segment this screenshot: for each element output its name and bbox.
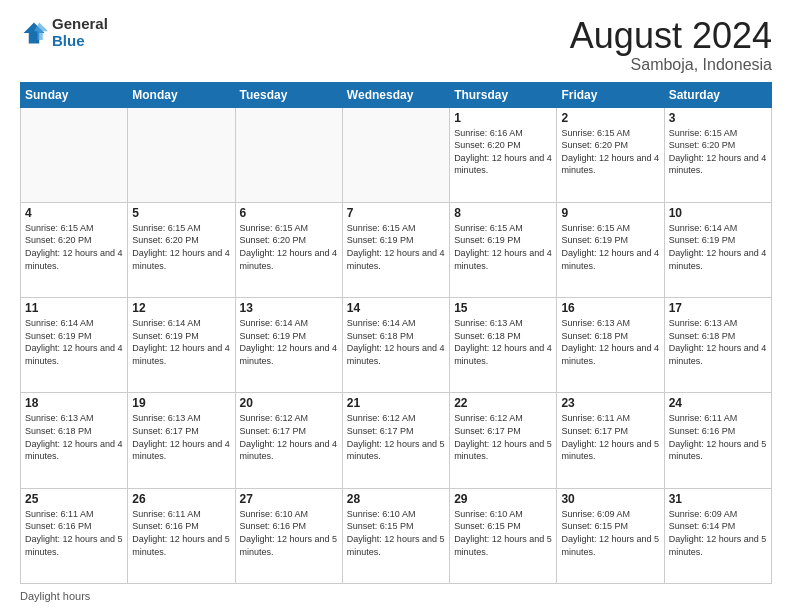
day-number: 22 (454, 396, 552, 410)
day-number: 4 (25, 206, 123, 220)
day-number: 31 (669, 492, 767, 506)
day-number: 26 (132, 492, 230, 506)
day-info: Sunrise: 6:10 AMSunset: 6:15 PMDaylight:… (347, 508, 445, 558)
day-info: Sunrise: 6:12 AMSunset: 6:17 PMDaylight:… (240, 412, 338, 462)
day-info: Sunrise: 6:13 AMSunset: 6:18 PMDaylight:… (669, 317, 767, 367)
day-number: 10 (669, 206, 767, 220)
day-info: Sunrise: 6:16 AMSunset: 6:20 PMDaylight:… (454, 127, 552, 177)
table-row: 1Sunrise: 6:16 AMSunset: 6:20 PMDaylight… (450, 107, 557, 202)
table-row: 24Sunrise: 6:11 AMSunset: 6:16 PMDayligh… (664, 393, 771, 488)
day-number: 5 (132, 206, 230, 220)
table-row: 26Sunrise: 6:11 AMSunset: 6:16 PMDayligh… (128, 488, 235, 583)
day-info: Sunrise: 6:13 AMSunset: 6:18 PMDaylight:… (25, 412, 123, 462)
day-info: Sunrise: 6:13 AMSunset: 6:17 PMDaylight:… (132, 412, 230, 462)
calendar-week-row: 25Sunrise: 6:11 AMSunset: 6:16 PMDayligh… (21, 488, 772, 583)
location: Samboja, Indonesia (570, 56, 772, 74)
table-row: 7Sunrise: 6:15 AMSunset: 6:19 PMDaylight… (342, 202, 449, 297)
table-row: 5Sunrise: 6:15 AMSunset: 6:20 PMDaylight… (128, 202, 235, 297)
table-row: 15Sunrise: 6:13 AMSunset: 6:18 PMDayligh… (450, 298, 557, 393)
col-wednesday: Wednesday (342, 82, 449, 107)
day-number: 19 (132, 396, 230, 410)
calendar-week-row: 11Sunrise: 6:14 AMSunset: 6:19 PMDayligh… (21, 298, 772, 393)
day-number: 7 (347, 206, 445, 220)
day-info: Sunrise: 6:14 AMSunset: 6:18 PMDaylight:… (347, 317, 445, 367)
col-sunday: Sunday (21, 82, 128, 107)
table-row: 12Sunrise: 6:14 AMSunset: 6:19 PMDayligh… (128, 298, 235, 393)
page: General Blue August 2024 Samboja, Indone… (0, 0, 792, 612)
day-number: 2 (561, 111, 659, 125)
day-info: Sunrise: 6:09 AMSunset: 6:14 PMDaylight:… (669, 508, 767, 558)
table-row (342, 107, 449, 202)
day-info: Sunrise: 6:14 AMSunset: 6:19 PMDaylight:… (132, 317, 230, 367)
col-friday: Friday (557, 82, 664, 107)
day-number: 27 (240, 492, 338, 506)
table-row: 27Sunrise: 6:10 AMSunset: 6:16 PMDayligh… (235, 488, 342, 583)
header: General Blue August 2024 Samboja, Indone… (20, 16, 772, 74)
day-info: Sunrise: 6:11 AMSunset: 6:16 PMDaylight:… (132, 508, 230, 558)
col-thursday: Thursday (450, 82, 557, 107)
day-number: 11 (25, 301, 123, 315)
day-number: 14 (347, 301, 445, 315)
col-saturday: Saturday (664, 82, 771, 107)
table-row: 31Sunrise: 6:09 AMSunset: 6:14 PMDayligh… (664, 488, 771, 583)
table-row: 29Sunrise: 6:10 AMSunset: 6:15 PMDayligh… (450, 488, 557, 583)
table-row: 28Sunrise: 6:10 AMSunset: 6:15 PMDayligh… (342, 488, 449, 583)
day-number: 21 (347, 396, 445, 410)
day-number: 20 (240, 396, 338, 410)
table-row: 18Sunrise: 6:13 AMSunset: 6:18 PMDayligh… (21, 393, 128, 488)
logo-text: General Blue (52, 16, 108, 49)
day-info: Sunrise: 6:13 AMSunset: 6:18 PMDaylight:… (561, 317, 659, 367)
logo-general-text: General (52, 16, 108, 33)
table-row: 10Sunrise: 6:14 AMSunset: 6:19 PMDayligh… (664, 202, 771, 297)
calendar-header-row: Sunday Monday Tuesday Wednesday Thursday… (21, 82, 772, 107)
day-info: Sunrise: 6:11 AMSunset: 6:16 PMDaylight:… (669, 412, 767, 462)
table-row: 6Sunrise: 6:15 AMSunset: 6:20 PMDaylight… (235, 202, 342, 297)
col-monday: Monday (128, 82, 235, 107)
table-row: 17Sunrise: 6:13 AMSunset: 6:18 PMDayligh… (664, 298, 771, 393)
day-number: 13 (240, 301, 338, 315)
logo-icon (20, 19, 48, 47)
day-info: Sunrise: 6:15 AMSunset: 6:20 PMDaylight:… (561, 127, 659, 177)
table-row: 20Sunrise: 6:12 AMSunset: 6:17 PMDayligh… (235, 393, 342, 488)
logo-blue-text: Blue (52, 33, 108, 50)
day-info: Sunrise: 6:15 AMSunset: 6:20 PMDaylight:… (240, 222, 338, 272)
day-number: 28 (347, 492, 445, 506)
day-info: Sunrise: 6:15 AMSunset: 6:19 PMDaylight:… (454, 222, 552, 272)
daylight-label: Daylight hours (20, 590, 90, 602)
day-info: Sunrise: 6:14 AMSunset: 6:19 PMDaylight:… (669, 222, 767, 272)
day-number: 18 (25, 396, 123, 410)
calendar-week-row: 18Sunrise: 6:13 AMSunset: 6:18 PMDayligh… (21, 393, 772, 488)
day-number: 9 (561, 206, 659, 220)
day-number: 1 (454, 111, 552, 125)
day-number: 24 (669, 396, 767, 410)
day-number: 15 (454, 301, 552, 315)
day-number: 16 (561, 301, 659, 315)
table-row: 9Sunrise: 6:15 AMSunset: 6:19 PMDaylight… (557, 202, 664, 297)
table-row: 30Sunrise: 6:09 AMSunset: 6:15 PMDayligh… (557, 488, 664, 583)
day-number: 17 (669, 301, 767, 315)
day-number: 29 (454, 492, 552, 506)
table-row: 8Sunrise: 6:15 AMSunset: 6:19 PMDaylight… (450, 202, 557, 297)
table-row: 13Sunrise: 6:14 AMSunset: 6:19 PMDayligh… (235, 298, 342, 393)
day-info: Sunrise: 6:15 AMSunset: 6:19 PMDaylight:… (347, 222, 445, 272)
day-number: 25 (25, 492, 123, 506)
day-info: Sunrise: 6:09 AMSunset: 6:15 PMDaylight:… (561, 508, 659, 558)
day-number: 3 (669, 111, 767, 125)
day-info: Sunrise: 6:11 AMSunset: 6:16 PMDaylight:… (25, 508, 123, 558)
month-year: August 2024 (570, 16, 772, 56)
table-row: 14Sunrise: 6:14 AMSunset: 6:18 PMDayligh… (342, 298, 449, 393)
calendar-week-row: 4Sunrise: 6:15 AMSunset: 6:20 PMDaylight… (21, 202, 772, 297)
day-info: Sunrise: 6:12 AMSunset: 6:17 PMDaylight:… (454, 412, 552, 462)
day-number: 6 (240, 206, 338, 220)
day-number: 30 (561, 492, 659, 506)
day-info: Sunrise: 6:14 AMSunset: 6:19 PMDaylight:… (25, 317, 123, 367)
col-tuesday: Tuesday (235, 82, 342, 107)
day-number: 12 (132, 301, 230, 315)
table-row: 16Sunrise: 6:13 AMSunset: 6:18 PMDayligh… (557, 298, 664, 393)
footer: Daylight hours (20, 590, 772, 602)
table-row (21, 107, 128, 202)
day-info: Sunrise: 6:10 AMSunset: 6:15 PMDaylight:… (454, 508, 552, 558)
table-row: 3Sunrise: 6:15 AMSunset: 6:20 PMDaylight… (664, 107, 771, 202)
title-block: August 2024 Samboja, Indonesia (570, 16, 772, 74)
calendar-week-row: 1Sunrise: 6:16 AMSunset: 6:20 PMDaylight… (21, 107, 772, 202)
